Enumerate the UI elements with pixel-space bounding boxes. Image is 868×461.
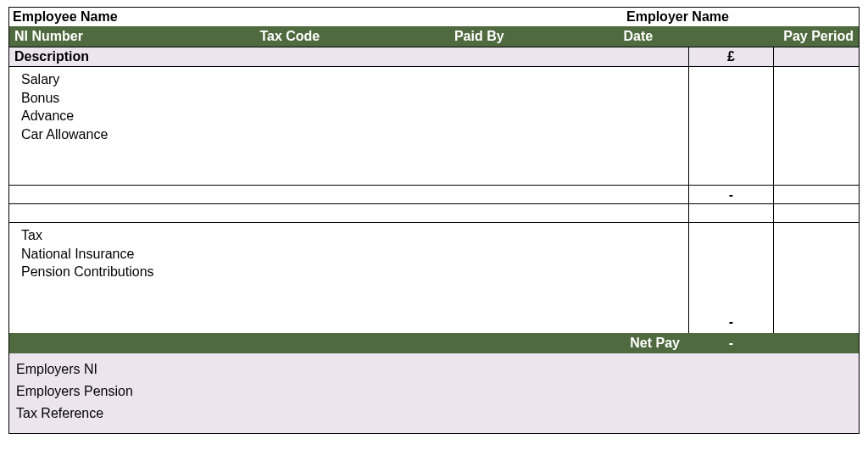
deductions-last-col bbox=[774, 223, 859, 333]
col-date: Date bbox=[619, 26, 746, 47]
earnings-amount-col bbox=[689, 67, 774, 185]
deductions-amount-col: - bbox=[689, 223, 774, 333]
earnings-total-last bbox=[774, 186, 859, 203]
spacer-last bbox=[774, 204, 859, 222]
sub-empty bbox=[774, 47, 859, 66]
deductions-total-value: - bbox=[689, 314, 773, 330]
footer-tax-reference: Tax Reference bbox=[16, 403, 852, 425]
footer-block: Employers NI Employers Pension Tax Refer… bbox=[9, 353, 859, 433]
earning-item: Advance bbox=[21, 107, 682, 125]
deductions-list: Tax National Insurance Pension Contribut… bbox=[9, 223, 689, 333]
earnings-block: Salary Bonus Advance Car Allowance bbox=[9, 67, 859, 186]
spacer-row bbox=[9, 204, 859, 223]
spacer-desc bbox=[9, 204, 689, 222]
netpay-last bbox=[774, 333, 859, 353]
col-pay-period: Pay Period bbox=[745, 26, 859, 47]
sub-currency-label: £ bbox=[689, 47, 774, 66]
header-row: Employee Name Employer Name bbox=[9, 8, 859, 26]
netpay-label: Net Pay bbox=[9, 333, 689, 353]
employee-name-label: Employee Name bbox=[13, 9, 626, 25]
footer-employers-pension: Employers Pension bbox=[16, 380, 852, 403]
deduction-item: Tax bbox=[21, 226, 682, 245]
netpay-row: Net Pay - bbox=[9, 333, 859, 353]
column-header-bar: NI Number Tax Code Paid By Date Pay Peri… bbox=[9, 26, 859, 47]
employer-name-label: Employer Name bbox=[626, 9, 855, 25]
footer-employers-ni: Employers NI bbox=[16, 358, 852, 380]
earning-item: Bonus bbox=[21, 89, 682, 108]
payslip-document: Employee Name Employer Name NI Number Ta… bbox=[8, 7, 860, 434]
sub-header-row: Description £ bbox=[9, 47, 859, 67]
deduction-item: National Insurance bbox=[21, 245, 682, 264]
earnings-last-col bbox=[774, 67, 859, 185]
col-paid-by: Paid By bbox=[449, 26, 619, 47]
earnings-total-desc bbox=[9, 186, 689, 203]
deduction-item: Pension Contributions bbox=[21, 263, 682, 281]
col-tax-code: Tax Code bbox=[254, 26, 449, 47]
earnings-list: Salary Bonus Advance Car Allowance bbox=[9, 67, 689, 185]
deductions-block: Tax National Insurance Pension Contribut… bbox=[9, 223, 859, 333]
netpay-value: - bbox=[689, 333, 774, 353]
spacer-amount bbox=[689, 204, 774, 222]
col-ni-number: NI Number bbox=[9, 26, 254, 47]
earnings-total-value: - bbox=[689, 186, 774, 203]
sub-description-label: Description bbox=[9, 47, 689, 66]
earnings-total-row: - bbox=[9, 186, 859, 204]
earning-item: Car Allowance bbox=[21, 125, 682, 144]
earning-item: Salary bbox=[21, 70, 682, 89]
